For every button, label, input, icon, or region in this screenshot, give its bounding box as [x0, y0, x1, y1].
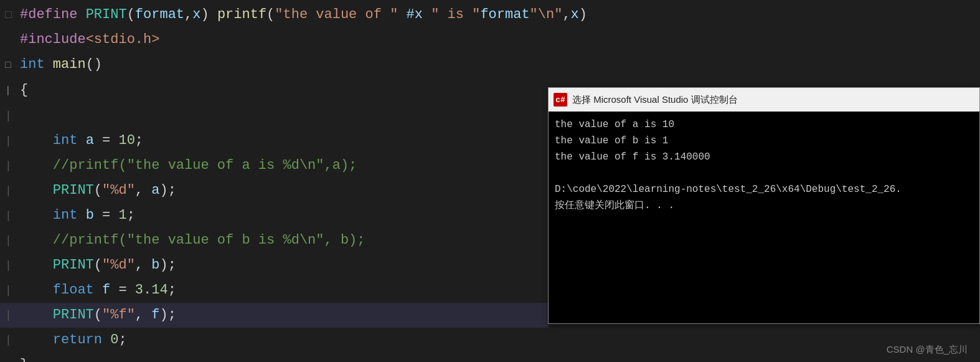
gutter-1: □: [5, 2, 16, 27]
code-line-5: |: [0, 103, 548, 128]
gutter-12: |: [5, 278, 16, 303]
gutter-4: |: [5, 79, 16, 103]
gutter-14: |: [5, 328, 16, 353]
console-body: the value of a is 10 the value of b is 1…: [549, 112, 979, 323]
code-line-3: □int main(): [0, 52, 548, 78]
gutter-10: |: [5, 228, 16, 253]
console-output-3: the value of f is 3.140000: [555, 149, 973, 165]
gutter-7: |: [5, 153, 16, 178]
console-app-icon: c#: [554, 93, 567, 107]
code-line-9: | int b = 1;: [0, 203, 548, 228]
code-line-2: #include<stdio.h>: [0, 27, 548, 52]
code-line-8: | PRINT("%d", a);: [0, 178, 548, 203]
code-line-14: | return 0;: [0, 328, 548, 353]
code-line-1: □#define PRINT(format,x) printf("the val…: [0, 2, 548, 27]
gutter-6: |: [5, 128, 16, 153]
gutter-3: □: [5, 53, 16, 78]
code-editor: □#define PRINT(format,x) printf("the val…: [0, 0, 548, 362]
code-line-7: | //printf("the value of a is %d\n",a);: [0, 153, 548, 178]
code-line-4: |{: [0, 78, 548, 103]
console-path-line: D:\code\2022\learning-notes\test_2_26\x6…: [555, 181, 973, 198]
gutter-2: [5, 27, 16, 52]
gutter-15: [5, 353, 16, 362]
console-titlebar: c# 选择 Microsoft Visual Studio 调试控制台: [549, 88, 979, 112]
console-title: 选择 Microsoft Visual Studio 调试控制台: [572, 94, 738, 106]
code-line-11: | PRINT("%d", b);: [0, 253, 548, 278]
code-line-13: | PRINT("%f", f);: [0, 303, 548, 328]
gutter-11: |: [5, 253, 16, 278]
watermark: CSDN @青色_忘川: [887, 344, 968, 356]
gutter-8: |: [5, 178, 16, 203]
console-output-1: the value of a is 10: [555, 117, 973, 133]
code-line-15: }: [0, 353, 548, 362]
console-output-2: the value of b is 1: [555, 133, 973, 149]
code-line-6: | int a = 10;: [0, 128, 548, 153]
code-line-12: | float f = 3.14;: [0, 278, 548, 303]
console-output-blank: [555, 165, 973, 181]
code-line-10: | //printf("the value of b is %d\n", b);: [0, 228, 548, 253]
console-prompt-line: 按任意键关闭此窗口. . .: [555, 198, 973, 214]
gutter-5: |: [5, 103, 16, 128]
gutter-9: |: [5, 203, 16, 228]
console-window: c# 选择 Microsoft Visual Studio 调试控制台 the …: [548, 87, 980, 324]
gutter-13: |: [5, 303, 16, 328]
